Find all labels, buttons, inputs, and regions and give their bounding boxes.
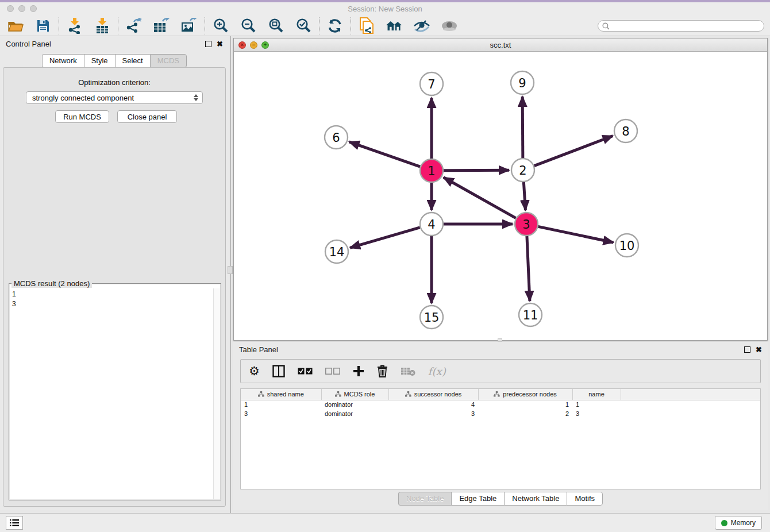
zoom-out-icon[interactable] [240,18,257,34]
node-8[interactable]: 8 [614,119,637,142]
panel-divider[interactable] [230,36,231,513]
node-6[interactable]: 6 [325,126,348,149]
close-window-button[interactable] [7,5,14,12]
cell-predecessor-nodes[interactable]: 2 [478,409,572,418]
task-history-button[interactable] [6,516,23,530]
mcds-result-title: MCDS result (2 nodes) [11,279,92,288]
cell-successor-nodes[interactable]: 3 [388,409,478,418]
edge-4-14[interactable] [350,228,420,248]
tab-network-table[interactable]: Network Table [504,492,567,506]
close-panel-button[interactable]: Close panel [117,110,177,123]
cell-name[interactable]: 3 [572,409,621,418]
run-mcds-button[interactable]: Run MCDS [55,110,109,123]
double-house-icon[interactable] [386,18,403,34]
cell-mcds-role[interactable]: dominator [321,400,388,409]
hierarchy-icon [335,391,341,397]
tab-node-table[interactable]: Node Table [398,492,452,506]
node-label: 6 [332,131,340,145]
node-15[interactable]: 15 [420,306,443,329]
main-titlebar[interactable]: Session: New Session [0,2,770,16]
edge-3-1[interactable] [444,178,516,218]
edge-3-10[interactable] [538,226,614,242]
show-columns-icon[interactable] [272,363,285,380]
minimize-window-button[interactable] [18,5,25,12]
search-input[interactable] [598,20,764,32]
edge-2-9[interactable] [522,97,523,158]
float-panel-icon[interactable] [205,41,211,47]
edge-1-2[interactable] [444,170,509,171]
hide-eye-icon[interactable] [413,18,430,34]
save-session-icon[interactable] [34,18,52,34]
minimize-network-icon[interactable]: − [250,41,257,49]
tab-network[interactable]: Network [42,54,84,68]
hierarchy-icon [405,391,411,397]
duplicate-network-icon[interactable] [358,18,375,34]
edge-2-3[interactable] [523,182,525,210]
add-column-icon[interactable] [353,363,364,380]
panel-divider-grip[interactable] [228,266,233,274]
tab-mcds[interactable]: MCDS [150,54,187,68]
optimization-criterion-dropdown[interactable]: strongly connected component [26,91,203,104]
result-scrollbar[interactable] [213,288,220,499]
column-header-shared-name[interactable]: shared name [241,389,321,400]
close-table-panel-icon[interactable]: ✖ [756,346,762,353]
dropdown-stepper-icon [194,94,198,101]
cell-shared-name[interactable]: 3 [241,409,321,418]
float-table-panel-icon[interactable] [744,346,750,353]
zoom-selected-icon[interactable] [295,18,312,34]
edge-3-11[interactable] [527,236,530,301]
column-header-predecessor-nodes[interactable]: predecessor nodes [478,389,572,400]
node-4[interactable]: 4 [420,213,443,236]
node-10[interactable]: 10 [615,234,638,257]
export-image-icon[interactable] [180,18,198,34]
table-panel-tabbar: Node TableEdge TableNetwork TableMotifs [233,492,768,506]
cell-shared-name[interactable]: 1 [241,400,321,409]
node-9[interactable]: 9 [511,71,534,94]
node-1[interactable]: 1 [420,159,443,182]
delete-column-icon[interactable] [377,363,388,380]
network-window-titlebar[interactable]: scc.txt × − + [234,38,767,52]
maximize-network-icon[interactable]: + [261,41,269,49]
select-all-checkboxes-icon[interactable] [298,363,313,380]
settings-gear-icon[interactable]: ⚙ [249,363,260,380]
show-eye-icon[interactable] [441,18,458,34]
edge-2-8[interactable] [534,136,613,166]
open-file-icon[interactable] [7,18,24,34]
maximize-window-button[interactable] [30,5,37,12]
node-14[interactable]: 14 [325,240,348,263]
node-3[interactable]: 3 [515,213,538,236]
hierarchy-icon [494,391,500,397]
import-network-icon[interactable] [66,18,83,34]
edge-1-6[interactable] [349,142,421,167]
cell-mcds-role[interactable]: dominator [321,409,388,418]
export-network-icon[interactable] [125,18,143,34]
node-11[interactable]: 11 [519,303,542,326]
deselect-all-checkboxes-icon[interactable] [325,363,340,380]
cell-predecessor-nodes[interactable]: 1 [478,400,572,409]
table-row[interactable]: 1dominator411 [241,400,760,409]
tab-edge-table[interactable]: Edge Table [451,492,504,506]
refresh-icon[interactable] [326,18,344,34]
node-table[interactable]: shared nameMCDS rolesuccessor nodesprede… [241,389,760,418]
export-table-icon[interactable] [153,18,170,34]
network-canvas[interactable]: 7968124314101511 [234,52,767,340]
close-panel-icon[interactable]: ✖ [217,41,223,47]
column-label: shared name [267,391,304,398]
cell-name[interactable]: 1 [572,400,621,409]
tab-select[interactable]: Select [115,54,150,68]
node-7[interactable]: 7 [420,72,443,95]
tab-motifs[interactable]: Motifs [567,492,603,506]
zoom-fit-icon[interactable] [267,18,284,34]
table-row[interactable]: 3dominator323 [241,409,760,418]
node-2[interactable]: 2 [511,159,534,182]
import-table-icon[interactable] [94,18,111,34]
column-header-name[interactable]: name [572,389,621,400]
memory-button[interactable]: Memory [715,516,762,530]
column-header-successor-nodes[interactable]: successor nodes [388,389,478,400]
close-network-icon[interactable]: × [238,41,246,49]
column-header-mcds-role[interactable]: MCDS role [321,389,388,400]
cell-successor-nodes[interactable]: 4 [388,400,478,409]
zoom-in-icon[interactable] [212,18,229,34]
mcds-result-text[interactable]: 13 [10,288,213,499]
tab-style[interactable]: Style [84,54,115,68]
